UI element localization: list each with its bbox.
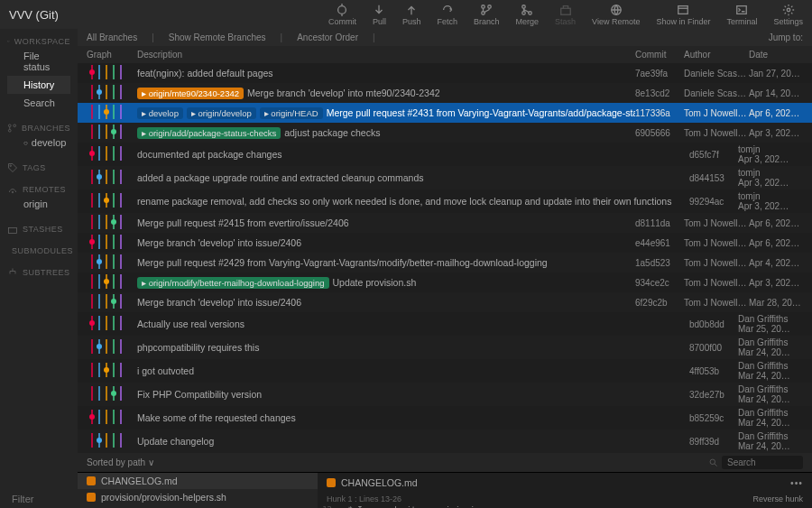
filter-all-branches[interactable]: All Branches xyxy=(87,32,137,42)
sidebar-item[interactable]: File status xyxy=(7,47,70,76)
svg-point-121 xyxy=(111,391,116,396)
commit-row[interactable]: Merge pull request #2415 from evertiro/i… xyxy=(78,213,812,233)
commit-row[interactable]: feat(nginx): added default pages7ae39faD… xyxy=(78,63,812,83)
svg-point-97 xyxy=(111,299,116,304)
svg-point-67 xyxy=(104,198,109,203)
svg-point-109 xyxy=(97,344,102,349)
sidebar-item[interactable]: develop xyxy=(7,134,70,152)
app-title: VVV (Git) xyxy=(0,8,328,22)
stash-button[interactable]: Stash xyxy=(555,4,576,26)
commit-row[interactable]: i got outvoted4ff053bDan Griffiths Mar 2… xyxy=(78,359,812,383)
sort-label[interactable]: Sorted by path ∨ xyxy=(87,457,154,467)
svg-point-18 xyxy=(14,125,16,127)
section-header[interactable]: BRANCHES xyxy=(7,123,70,134)
svg-rect-15 xyxy=(7,41,9,42)
terminal-button[interactable]: Terminal xyxy=(726,4,757,26)
commit-row[interactable]: Merge pull request #2429 from Varying-Va… xyxy=(78,253,812,272)
svg-point-0 xyxy=(338,5,346,14)
fetch-button[interactable]: Fetch xyxy=(437,4,457,26)
svg-point-134 xyxy=(710,459,715,465)
svg-point-37 xyxy=(97,89,102,95)
svg-point-115 xyxy=(104,367,109,373)
file-item[interactable]: provision/provision-helpers.sh xyxy=(78,489,318,505)
sidebar-filter[interactable] xyxy=(0,490,78,508)
sidebar-section-workspace: WORKSPACEFile statusHistorySearch xyxy=(0,29,78,115)
commit-row[interactable]: added a package upgrade routine and extr… xyxy=(78,166,812,189)
commit-search[interactable] xyxy=(722,456,803,469)
svg-point-19 xyxy=(10,165,12,167)
commit-row[interactable]: documented apt package changesd65fc7ftom… xyxy=(78,143,812,166)
col-graph[interactable]: Graph xyxy=(87,50,137,60)
svg-point-55 xyxy=(89,151,95,156)
push-button[interactable]: Push xyxy=(402,4,421,26)
svg-rect-13 xyxy=(737,5,747,14)
svg-rect-21 xyxy=(9,228,17,234)
toolbar: CommitPullPushFetchBranchMergeStashView … xyxy=(328,4,812,26)
svg-point-14 xyxy=(787,8,790,12)
reverse-hunk-button[interactable]: Reverse hunk xyxy=(752,494,803,503)
diff-filename: CHANGELOG.md xyxy=(341,477,418,488)
section-header[interactable]: TAGS xyxy=(7,162,70,173)
section-header[interactable]: SUBMODULES xyxy=(7,245,70,256)
jump-to[interactable]: Jump to: xyxy=(769,32,803,42)
sidebar-section-submodules: SUBMODULES xyxy=(0,238,78,260)
svg-rect-9 xyxy=(560,8,570,14)
sidebar-item[interactable]: Search xyxy=(7,94,70,112)
svg-point-127 xyxy=(89,414,95,420)
diff-panel: CHANGELOG.md ••• Hunk 1 : Lines 13-26 Re… xyxy=(318,473,812,508)
col-desc[interactable]: Description xyxy=(137,50,635,60)
commit-row[interactable]: Actually use real versionsbd0b8ddDan Gri… xyxy=(78,312,812,336)
filter-ancestor-order[interactable]: Ancestor Order xyxy=(297,32,358,42)
section-header[interactable]: SUBTREES xyxy=(7,267,70,278)
svg-rect-11 xyxy=(678,5,688,14)
commit-row[interactable]: ▸ origin/mte90/2340-2342Merge branch 'de… xyxy=(78,83,812,103)
sidebar-section-subtrees: SUBTREES xyxy=(0,260,78,282)
col-date[interactable]: Date xyxy=(749,50,803,60)
file-item[interactable]: CHANGELOG.md xyxy=(78,473,318,489)
diff-menu-button[interactable]: ••• xyxy=(790,477,803,488)
svg-point-61 xyxy=(97,174,102,180)
search-icon xyxy=(708,457,718,467)
pull-button[interactable]: Pull xyxy=(373,4,386,26)
file-panel: CHANGELOG.mdprovision/provision-helpers.… xyxy=(78,473,318,508)
section-header[interactable]: REMOTES xyxy=(7,184,70,195)
commit-row[interactable]: Make some of the requested changesb85259… xyxy=(78,406,812,429)
view-remote-button[interactable]: View Remote xyxy=(592,4,640,26)
col-author[interactable]: Author xyxy=(684,50,749,60)
commit-row[interactable]: ▸ origin/add/package-status-checksadjust… xyxy=(78,123,812,143)
commit-row[interactable]: phpcompatibility requires this8700f00Dan… xyxy=(78,336,812,359)
svg-line-135 xyxy=(715,464,717,466)
settings-button[interactable]: Settings xyxy=(773,4,803,26)
show-in-finder-button[interactable]: Show in Finder xyxy=(656,4,710,26)
sidebar-item[interactable]: History xyxy=(7,76,70,94)
commit-row[interactable]: Fix PHP Compatibility version32de27bDan … xyxy=(78,383,812,406)
commit-row[interactable]: ▸ origin/modify/better-mailhog-download-… xyxy=(78,272,812,292)
commit-button[interactable]: Commit xyxy=(328,4,356,26)
column-headers: Graph Description Commit Author Date xyxy=(78,46,812,63)
svg-point-103 xyxy=(89,320,95,326)
section-header[interactable]: WORKSPACE xyxy=(7,36,70,47)
svg-point-31 xyxy=(89,69,95,75)
merge-button[interactable]: Merge xyxy=(516,4,540,26)
hunk-label: Hunk 1 : Lines 13-26 xyxy=(327,494,401,503)
svg-point-6 xyxy=(522,5,526,8)
branch-button[interactable]: Branch xyxy=(474,4,500,26)
col-commit[interactable]: Commit xyxy=(635,50,684,60)
commit-row[interactable]: Merge branch 'develop' into issue/2406e4… xyxy=(78,233,812,253)
section-header[interactable]: STASHES xyxy=(7,224,70,235)
sidebar-section-branches: BRANCHESdevelop xyxy=(0,115,78,155)
commit-list[interactable]: feat(nginx): added default pages7ae39faD… xyxy=(78,63,812,453)
modified-icon xyxy=(87,476,96,485)
sidebar-section-remotes: REMOTESorigin xyxy=(0,177,78,217)
modified-icon xyxy=(327,478,336,487)
commit-row[interactable]: Merge branch 'develop' into issue/24066f… xyxy=(78,292,812,312)
commit-row[interactable]: ▸ develop▸ origin/develop▸ origin/HEADMe… xyxy=(78,103,812,123)
commit-row[interactable]: rename package removal, add checks so on… xyxy=(78,189,812,213)
svg-point-20 xyxy=(12,191,14,193)
sidebar-item[interactable]: origin xyxy=(7,195,70,213)
svg-point-91 xyxy=(104,279,109,284)
svg-point-43 xyxy=(104,109,109,115)
commit-row[interactable]: Update changelog89ff39dDan Griffiths Mar… xyxy=(78,429,812,453)
svg-point-85 xyxy=(97,259,102,264)
filter-show-remote[interactable]: Show Remote Branches xyxy=(169,32,266,42)
